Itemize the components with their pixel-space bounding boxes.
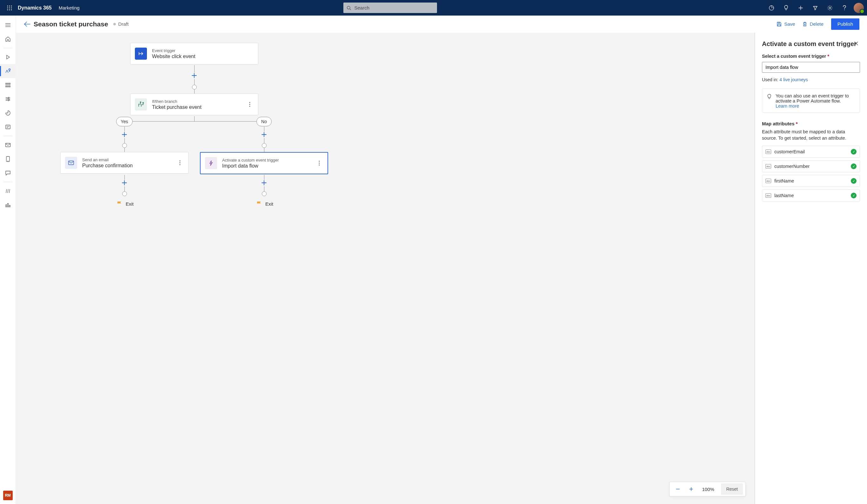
add-step-button[interactable] xyxy=(121,180,127,186)
add-icon[interactable] xyxy=(793,0,808,15)
close-icon xyxy=(854,41,859,46)
svg-line-35 xyxy=(9,189,10,193)
journey-canvas[interactable]: Event trigger Website click event xyxy=(16,33,754,504)
panel-title: Activate a custom event trigger xyxy=(762,40,860,48)
svg-rect-37 xyxy=(7,203,8,207)
svg-rect-24 xyxy=(6,86,7,87)
svg-rect-26 xyxy=(9,86,10,87)
type-badge-icon: Abc xyxy=(766,150,771,154)
svg-point-55 xyxy=(180,162,181,163)
junction-dot xyxy=(262,191,267,196)
node-more-button[interactable] xyxy=(176,160,184,165)
nav-hamburger[interactable] xyxy=(0,18,16,32)
attribute-row[interactable]: Abc customerNumber ✓ xyxy=(762,160,860,172)
nav-bars[interactable] xyxy=(0,198,16,212)
save-button[interactable]: Save xyxy=(773,21,799,26)
node-send-email[interactable]: Send an email Purchase confirmation xyxy=(60,152,189,174)
junction-dot xyxy=(122,191,127,196)
panel-close-button[interactable] xyxy=(852,39,861,48)
nav-play[interactable] xyxy=(0,50,16,64)
delete-label: Delete xyxy=(810,21,823,26)
search-input[interactable] xyxy=(354,5,434,11)
used-in-link[interactable]: 4 live journeys xyxy=(779,77,808,82)
check-icon: ✓ xyxy=(851,163,857,169)
attribute-row[interactable]: Abc lastName ✓ xyxy=(762,190,860,202)
svg-rect-41 xyxy=(778,22,780,23)
zoom-in-button[interactable] xyxy=(685,483,697,495)
app-launcher-button[interactable] xyxy=(3,6,16,10)
lightbulb-icon xyxy=(767,94,772,100)
svg-point-1 xyxy=(9,6,10,6)
more-icon xyxy=(319,161,320,166)
nav-forms[interactable] xyxy=(0,120,16,134)
nav-home[interactable] xyxy=(0,32,16,46)
add-step-button[interactable] xyxy=(191,73,197,78)
select-trigger-input[interactable] xyxy=(762,62,860,73)
nav-segments[interactable] xyxy=(0,78,16,92)
save-icon xyxy=(777,22,782,26)
node-title: Import data flow xyxy=(222,163,279,169)
email-icon xyxy=(68,160,74,165)
svg-rect-38 xyxy=(9,205,10,207)
workspace-badge[interactable]: RM xyxy=(3,491,13,500)
nav-lines[interactable] xyxy=(0,184,16,198)
svg-point-7 xyxy=(9,9,10,10)
svg-point-48 xyxy=(249,102,250,103)
svg-point-9 xyxy=(347,6,350,9)
nav-chat[interactable] xyxy=(0,166,16,180)
svg-rect-53 xyxy=(68,161,74,165)
bolt-icon xyxy=(208,160,214,166)
user-avatar[interactable] xyxy=(854,3,864,13)
zoom-reset-button[interactable]: Reset xyxy=(721,483,743,495)
node-title: Website click event xyxy=(152,54,195,60)
attribute-name: customerEmail xyxy=(774,149,805,154)
used-in-prefix: Used in: xyxy=(762,77,779,82)
junction-dot xyxy=(192,85,197,89)
node-custom-event-trigger[interactable]: Activate a custom event trigger Import d… xyxy=(200,152,328,174)
svg-rect-30 xyxy=(6,143,10,147)
module-label[interactable]: Marketing xyxy=(59,5,80,10)
nav-analytics[interactable] xyxy=(0,106,16,120)
publish-button[interactable]: Publish xyxy=(831,19,859,30)
status-dot xyxy=(113,23,116,25)
zoom-out-button[interactable] xyxy=(672,483,684,495)
global-header: Dynamics 365 Marketing xyxy=(0,0,867,15)
type-badge-icon: Abc xyxy=(766,179,771,183)
tip-callout: You can also use an event trigger to act… xyxy=(762,88,860,113)
svg-point-2 xyxy=(11,6,12,6)
nav-email[interactable] xyxy=(0,138,16,152)
back-button[interactable] xyxy=(21,21,34,27)
save-label: Save xyxy=(784,21,795,26)
exit-label: Exit xyxy=(126,201,133,207)
nav-mobile[interactable] xyxy=(0,152,16,166)
trash-icon xyxy=(803,22,807,26)
attribute-name: lastName xyxy=(774,193,794,198)
tip-learn-more-link[interactable]: Learn more xyxy=(775,104,799,109)
attribute-row[interactable]: Abc firstName ✓ xyxy=(762,175,860,187)
search-icon xyxy=(346,6,351,10)
page-title: Season ticket purchase xyxy=(34,20,108,28)
global-search[interactable] xyxy=(343,2,437,13)
map-attributes-title: Map attributes xyxy=(762,121,860,126)
map-attributes-desc: Each attribute must be mapped to a data … xyxy=(762,129,860,141)
node-ifthen-branch[interactable]: If/then branch Ticket purchase event xyxy=(130,94,258,115)
svg-line-34 xyxy=(8,189,8,193)
help-icon[interactable] xyxy=(837,0,852,15)
add-step-button[interactable] xyxy=(261,180,267,186)
svg-point-50 xyxy=(249,106,250,107)
delete-button[interactable]: Delete xyxy=(799,21,827,26)
nav-journeys[interactable] xyxy=(0,64,16,78)
check-icon: ✓ xyxy=(851,149,857,154)
svg-rect-36 xyxy=(6,205,7,207)
node-more-button[interactable] xyxy=(246,102,254,107)
add-step-button[interactable] xyxy=(261,132,267,137)
node-event-trigger[interactable]: Event trigger Website click event xyxy=(130,43,258,64)
target-icon[interactable] xyxy=(764,0,779,15)
add-step-button[interactable] xyxy=(121,132,127,137)
nav-triggers[interactable] xyxy=(0,92,16,106)
settings-icon[interactable] xyxy=(823,0,837,15)
node-more-button[interactable] xyxy=(315,161,323,166)
filter-icon[interactable] xyxy=(808,0,823,15)
attribute-row[interactable]: Abc customerEmail ✓ xyxy=(762,146,860,158)
lightbulb-icon[interactable] xyxy=(779,0,793,15)
